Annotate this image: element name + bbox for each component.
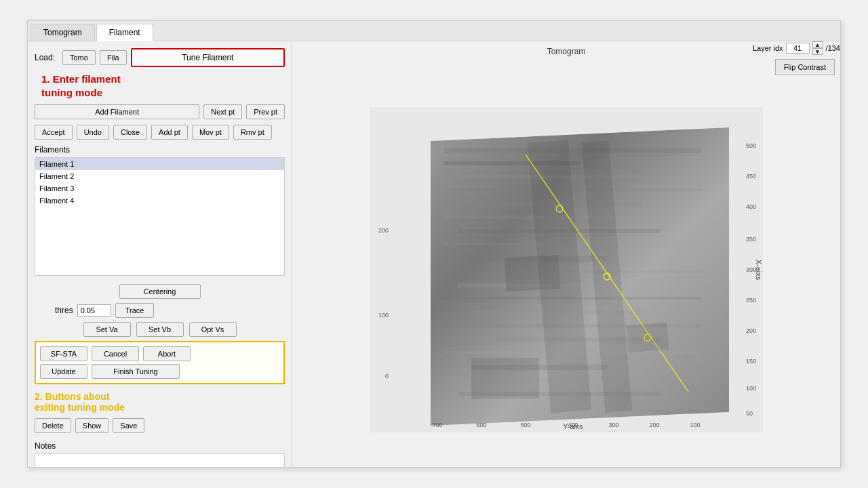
- abort-button[interactable]: Abort: [143, 346, 191, 361]
- close-button[interactable]: Close: [113, 125, 147, 140]
- svg-text:400: 400: [746, 203, 756, 210]
- svg-text:200: 200: [649, 422, 659, 428]
- save-button[interactable]: Save: [113, 418, 144, 433]
- layer-max-label: /134: [826, 44, 840, 52]
- left-panel: Load: Tomo Fila Tune Filament 1. Enter f…: [28, 41, 292, 467]
- layer-down-button[interactable]: ▼: [812, 48, 823, 55]
- layer-spinbox: ▲ ▼: [812, 41, 823, 55]
- tomogram-chart: Y-aixs 700 600 500 400 300 200 100 X-aix…: [370, 107, 763, 432]
- layer-idx-input[interactable]: [786, 43, 810, 54]
- load-label: Load:: [35, 53, 58, 62]
- tab-bar: Tomogram Filament: [28, 21, 840, 41]
- svg-text:300: 300: [608, 422, 618, 428]
- bottom-buttons-row: Delete Show Save: [35, 418, 285, 433]
- tab-tomogram[interactable]: Tomogram: [31, 24, 95, 41]
- filaments-section: Filaments Filament 1 Filament 2 Filament…: [35, 145, 285, 276]
- thres-input[interactable]: [77, 304, 111, 317]
- svg-text:50: 50: [746, 410, 753, 417]
- plot-area: Y-aixs 700 600 500 400 300 200 100 X-aix…: [370, 107, 763, 432]
- svg-text:0: 0: [385, 373, 389, 380]
- centering-button[interactable]: Centering: [119, 284, 201, 299]
- delete-button[interactable]: Delete: [35, 418, 71, 433]
- exit-row-2: Update Finish Tuning: [40, 364, 279, 379]
- svg-text:200: 200: [746, 327, 756, 334]
- svg-text:500: 500: [520, 422, 530, 428]
- svg-point-29: [557, 207, 561, 211]
- set-row: Set Va Set Vb Opt Vs: [35, 322, 285, 337]
- svg-rect-32: [471, 358, 539, 399]
- filaments-list[interactable]: Filament 1 Filament 2 Filament 3 Filamen…: [35, 157, 285, 276]
- filaments-label: Filaments: [35, 145, 285, 155]
- svg-text:150: 150: [746, 358, 756, 365]
- svg-text:250: 250: [746, 297, 756, 304]
- tune-filament-button[interactable]: Tune Filament: [131, 48, 285, 67]
- svg-text:100: 100: [690, 422, 700, 428]
- svg-text:100: 100: [746, 385, 756, 392]
- prev-pt-button[interactable]: Prev pt: [246, 104, 285, 119]
- layer-up-button[interactable]: ▲: [812, 41, 823, 48]
- filament-item-2[interactable]: Filament 2: [35, 170, 284, 182]
- tomo-header-label: Tomogram: [547, 47, 586, 56]
- show-button[interactable]: Show: [75, 418, 109, 433]
- flip-contrast-button[interactable]: Flip Contrast: [775, 59, 835, 75]
- load-row: Load: Tomo Fila Tune Filament: [35, 48, 285, 67]
- notes-label: Notes: [35, 441, 285, 451]
- set-va-button[interactable]: Set Va: [83, 322, 131, 337]
- svg-text:500: 500: [746, 142, 756, 149]
- svg-text:400: 400: [568, 422, 578, 428]
- svg-rect-30: [505, 255, 561, 291]
- finish-tuning-button[interactable]: Finish Tuning: [92, 364, 180, 379]
- annotation-2: 2. Buttons aboutexiting tuning mode: [35, 391, 285, 413]
- svg-rect-7: [444, 188, 702, 191]
- svg-rect-4: [444, 148, 702, 153]
- sf-sta-button[interactable]: SF-STA: [40, 346, 87, 361]
- filament-item-1[interactable]: Filament 1: [35, 158, 284, 170]
- svg-text:450: 450: [746, 173, 756, 180]
- notes-textarea[interactable]: [35, 453, 285, 467]
- tab-filament[interactable]: Filament: [96, 24, 153, 41]
- svg-rect-31: [626, 322, 669, 352]
- undo-button[interactable]: Undo: [77, 125, 109, 140]
- update-button[interactable]: Update: [40, 364, 87, 379]
- set-vb-button[interactable]: Set Vb: [136, 322, 184, 337]
- annotation-1: 1. Enter filament tuning mode: [41, 73, 285, 99]
- svg-text:600: 600: [476, 422, 486, 428]
- accept-button[interactable]: Accept: [35, 125, 73, 140]
- svg-text:350: 350: [746, 236, 756, 243]
- exit-row-1: SF-STA Cancel Abort: [40, 346, 279, 361]
- fila-button[interactable]: Fila: [100, 50, 127, 65]
- svg-text:700: 700: [432, 422, 442, 428]
- exit-tuning-group: SF-STA Cancel Abort Update Finish Tuning: [35, 341, 285, 384]
- opt-vs-button[interactable]: Opt Vs: [189, 322, 237, 337]
- layer-controls: Layer idx ▲ ▼ /134: [753, 41, 840, 55]
- thres-label: thres: [55, 306, 73, 315]
- cancel-button[interactable]: Cancel: [92, 346, 139, 361]
- svg-text:200: 200: [378, 227, 389, 234]
- add-pt-button[interactable]: Add pt: [151, 125, 188, 140]
- layer-idx-label: Layer idx: [753, 44, 783, 52]
- svg-text:100: 100: [378, 312, 389, 319]
- filament-item-3[interactable]: Filament 3: [35, 182, 284, 195]
- tuning-section: Centering thres Trace Set Va Set Vb Opt …: [35, 284, 285, 413]
- thres-row: thres Trace: [35, 303, 285, 318]
- nav-row: Add Filament Next pt Prev pt: [35, 104, 285, 119]
- chart-container: Y-aixs 700 600 500 400 300 200 100 X-aix…: [298, 78, 835, 462]
- mov-pt-button[interactable]: Mov pt: [192, 125, 229, 140]
- next-pt-button[interactable]: Next pt: [203, 104, 242, 119]
- filament-item-4[interactable]: Filament 4: [35, 195, 284, 207]
- tomo-button[interactable]: Tomo: [62, 50, 96, 65]
- notes-section: Notes: [35, 441, 285, 467]
- add-filament-button[interactable]: Add Filament: [35, 104, 199, 119]
- right-panel: Tomogram Layer idx ▲ ▼ /134 Flip Contras…: [292, 41, 840, 467]
- svg-text:300: 300: [746, 266, 756, 273]
- rmv-pt-button[interactable]: Rmv pt: [233, 125, 272, 140]
- trace-button[interactable]: Trace: [115, 303, 155, 318]
- edit-row: Accept Undo Close Add pt Mov pt Rmv pt: [35, 125, 285, 140]
